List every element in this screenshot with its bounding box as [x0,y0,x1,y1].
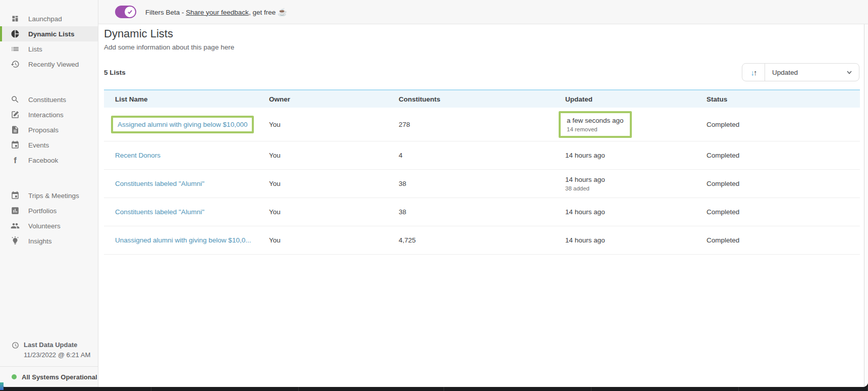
owner-cell: You [269,236,399,244]
calendar-icon [11,140,20,150]
updated-cell: 14 hours ago [565,152,707,159]
status-label: All Systems Operational [22,373,97,381]
banner-text: Filters Beta - Share your feedback, get … [145,8,287,17]
constituents-cell: 278 [399,121,565,128]
main-content: Filters Beta - Share your feedback, get … [98,0,868,387]
sidebar-group: LaunchpadDynamic ListsListsRecently View… [0,11,98,72]
share-feedback-link[interactable]: Share your feedback [186,9,249,16]
sidebar-item-label: Dynamic Lists [28,30,75,38]
sidebar-item-label: Interactions [28,111,64,119]
sidebar-item-label: Lists [28,45,42,53]
list-name-link[interactable]: Unassigned alumni with giving below $10,… [115,236,251,244]
last-update-label: Last Data Update [24,341,90,349]
list-name-cell: Unassigned alumni with giving below $10,… [104,236,269,244]
list-name-cell: Constituents labeled "Alumni" [104,208,269,216]
search-icon [11,95,20,104]
sidebar-item-label: Insights [28,237,52,245]
sidebar-group: Trips & MeetingsPortfoliosVolunteersInsi… [0,188,98,249]
document-icon [11,125,20,134]
list-count: 5 Lists [104,69,126,76]
filters-beta-toggle[interactable] [115,6,136,18]
history-icon [11,60,20,69]
sidebar-item-label: Volunteers [28,222,61,230]
updated-detail: 38 added [565,185,707,191]
clock-icon [12,341,19,349]
sidebar-group: ConstituentsInteractionsProposalsEventsf… [0,92,98,168]
status-cell: Completed [707,236,860,244]
banner-suffix: , get free [249,9,276,16]
updated-time: 14 hours ago [565,208,707,216]
owner-cell: You [269,121,399,128]
sort-field-dropdown[interactable]: Updated [772,69,846,76]
updated-time: 14 hours ago [565,236,707,244]
sidebar-item-proposals[interactable]: Proposals [0,122,98,137]
sidebar-item-label: Portfolios [28,207,57,215]
table-row: Unassigned alumni with giving below $10,… [104,226,860,255]
table-row: Recent DonorsYou414 hours agoCompleted [104,141,860,170]
sidebar-item-label: Recently Viewed [28,61,79,68]
list-name-cell: Constituents labeled "Alumni" [104,180,269,187]
last-update-value: 11/23/2022 @ 6:21 AM [24,351,90,359]
constituents-cell: 38 [399,208,565,216]
check-icon [127,9,133,15]
dynamic-lists-table: List NameOwnerConstituentsUpdatedStatus … [104,89,860,255]
owner-cell: You [269,180,399,187]
vertical-scrollbar[interactable] [864,24,868,387]
banner-prefix: Filters Beta - [145,9,186,16]
sidebar-item-launchpad[interactable]: Launchpad [0,11,98,26]
page-subtitle: Add some information about this page her… [104,43,234,51]
table-header-row: List NameOwnerConstituentsUpdatedStatus [104,89,860,108]
status-cell: Completed [707,121,860,128]
owner-cell: You [269,152,399,159]
list-name-link[interactable]: Constituents labeled "Alumni" [115,180,204,187]
sidebar-item-label: Constituents [28,96,66,104]
list-icon [11,44,20,54]
sort-control: ↓↑ Updated [742,63,859,81]
list-name-cell: Recent Donors [104,152,269,159]
app-window: LaunchpadDynamic ListsListsRecently View… [0,0,868,387]
sidebar-item-dynamic-lists[interactable]: Dynamic Lists [0,26,98,41]
table-body: Assigned alumni with giving below $10,00… [104,108,860,255]
sidebar-item-lists[interactable]: Lists [0,41,98,57]
status-cell: Completed [707,180,860,187]
sidebar-item-insights[interactable]: Insights [0,233,98,249]
sidebar-item-volunteers[interactable]: Volunteers [0,218,98,233]
sidebar-item-label: Events [28,141,49,149]
sidebar-footer: Last Data Update 11/23/2022 @ 6:21 AM Al… [0,341,98,387]
sidebar-item-facebook[interactable]: fFacebook [0,153,98,168]
calendar-icon [11,191,20,200]
constituents-cell: 4,725 [399,236,565,244]
sidebar: LaunchpadDynamic ListsListsRecently View… [0,0,98,387]
updated-time: 14 hours ago [565,152,707,159]
sidebar-item-recently-viewed[interactable]: Recently Viewed [0,57,98,72]
corner-fragment [0,382,4,390]
updated-detail: 14 removed [567,126,624,132]
list-name-link[interactable]: Constituents labeled "Alumni" [115,208,204,216]
sidebar-item-interactions[interactable]: Interactions [0,107,98,122]
sidebar-item-portfolios[interactable]: Portfolios [0,203,98,218]
highlight-box: Assigned alumni with giving below $10,00… [111,116,254,133]
column-header-updated: Updated [565,95,707,103]
updated-cell: 14 hours ago [565,208,707,216]
updated-cell: 14 hours ago38 added [565,176,707,191]
system-status: All Systems Operational [0,366,98,387]
sidebar-item-events[interactable]: Events [0,137,98,153]
edit-icon [11,110,20,119]
list-name-cell: Assigned alumni with giving below $10,00… [104,116,269,133]
sidebar-item-label: Facebook [28,157,58,164]
updated-time: a few seconds ago [567,117,624,124]
sidebar-item-label: Proposals [28,126,59,134]
list-name-link[interactable]: Assigned alumni with giving below $10,00… [118,121,247,128]
last-data-update: Last Data Update 11/23/2022 @ 6:21 AM [0,341,98,366]
toolbar: 5 Lists ↓↑ Updated [104,63,859,81]
toggle-thumb [125,7,135,17]
sidebar-item-constituents[interactable]: Constituents [0,92,98,107]
list-name-link[interactable]: Recent Donors [115,152,160,159]
filters-beta-banner: Filters Beta - Share your feedback, get … [98,0,868,24]
sort-direction-button[interactable]: ↓↑ [742,68,765,77]
coffee-emoji: ☕ [278,8,287,16]
chevron-down-icon[interactable] [846,69,853,76]
table-row: Constituents labeled "Alumni"You3814 hou… [104,170,860,198]
updated-cell: a few seconds ago14 removed [565,111,707,138]
sidebar-item-trips-meetings[interactable]: Trips & Meetings [0,188,98,203]
